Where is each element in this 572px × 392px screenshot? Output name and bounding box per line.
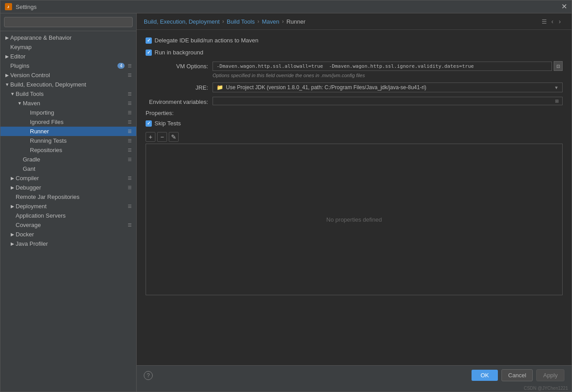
sidebar-item-label: Repositories <box>30 147 126 153</box>
sidebar-item-compiler[interactable]: ▶ Compiler ☰ <box>0 173 136 183</box>
sidebar-item-docker[interactable]: ▶ Docker <box>0 230 136 239</box>
bottom-actions: OK Cancel Apply <box>472 369 564 381</box>
expand-icon: ▶ <box>4 54 10 60</box>
sidebar-item-build-execution[interactable]: ▼ Build, Execution, Deployment <box>0 80 136 89</box>
sidebar-item-appearance[interactable]: ▶ Appearance & Behavior <box>0 33 136 42</box>
settings-icon: ☰ <box>126 147 133 153</box>
sidebar-item-coverage[interactable]: ▶ Coverage ☰ <box>0 220 136 230</box>
sidebar-item-version-control[interactable]: ▶ Version Control ☰ <box>0 70 136 80</box>
sidebar-item-gradle[interactable]: ▶ Gradle ☰ <box>0 155 136 164</box>
run-background-label[interactable]: ✓ Run in background <box>146 49 203 56</box>
sidebar-item-debugger[interactable]: ▶ Debugger ☰ <box>0 183 136 192</box>
check-mark: ✓ <box>147 38 150 43</box>
sidebar-item-label: Application Servers <box>16 212 133 219</box>
sidebar-item-importing[interactable]: ▶ Importing ☰ <box>0 108 136 117</box>
delegate-checkbox[interactable]: ✓ <box>146 37 152 44</box>
cancel-button[interactable]: Cancel <box>501 369 533 381</box>
env-expand-icon[interactable]: ⊞ <box>555 99 559 103</box>
settings-icon: ☰ <box>126 185 133 191</box>
sidebar-item-build-tools[interactable]: ▼ Build Tools ☰ <box>0 89 136 99</box>
ok-button[interactable]: OK <box>472 370 498 381</box>
sidebar-item-gant[interactable]: ▶ Gant <box>0 164 136 173</box>
sidebar-tree: ▶ Appearance & Behavior ▶ Keymap ▶ Edito… <box>0 31 136 392</box>
remove-property-button[interactable]: − <box>157 132 167 142</box>
sidebar-item-label: Appearance & Behavior <box>10 34 133 41</box>
breadcrumb-sep3: › <box>282 18 284 25</box>
forward-button[interactable]: › <box>557 17 563 26</box>
skip-tests-row: ✓ Skip Tests <box>146 120 563 127</box>
breadcrumb-sep1: › <box>222 18 224 25</box>
settings-icon: ☰ <box>126 128 133 135</box>
sidebar-item-plugins[interactable]: ▶ Plugins 4 ☰ <box>0 61 136 70</box>
watermark: CSDN @JYChen1221 <box>137 385 572 392</box>
sidebar-item-app-servers[interactable]: ▶ Application Servers <box>0 211 136 220</box>
env-label: Environment variables: <box>146 97 208 105</box>
help-button[interactable]: ? <box>144 371 153 380</box>
sidebar-item-label: Importing <box>30 109 126 116</box>
sidebar-item-remote-jar[interactable]: ▶ Remote Jar Repositories <box>0 192 136 202</box>
sidebar-item-label: Gradle <box>23 156 126 163</box>
sidebar-item-java-profiler[interactable]: ▶ Java Profiler <box>0 239 136 248</box>
properties-label: Properties: <box>146 110 563 116</box>
sidebar-item-label: Version Control <box>10 72 126 78</box>
expand-icon: ▶ <box>4 35 10 41</box>
folder-icon: 📁 <box>217 84 223 91</box>
dropdown-arrow-icon: ▼ <box>554 85 559 90</box>
breadcrumb-part1[interactable]: Build, Execution, Deployment <box>144 18 220 25</box>
sidebar-item-keymap[interactable]: ▶ Keymap <box>0 42 136 52</box>
app-icon: J <box>5 3 12 10</box>
search-input[interactable] <box>4 17 133 27</box>
properties-section: Properties: ✓ Skip Tests + − <box>146 110 563 295</box>
sidebar-item-label: Build, Execution, Deployment <box>10 81 133 88</box>
sidebar-item-label: Gant <box>23 165 133 172</box>
sidebar-item-deployment[interactable]: ▶ Deployment ☰ <box>0 202 136 211</box>
expand-icon: ▶ <box>4 72 10 78</box>
no-properties-text: No properties defined <box>326 216 382 223</box>
env-input[interactable]: ⊞ <box>213 97 563 105</box>
expand-icon: ▼ <box>9 91 16 97</box>
jre-value: Use Project JDK (version 1.8.0_41, path:… <box>226 84 426 91</box>
delegate-checkbox-label[interactable]: ✓ Delegate IDE build/run actions to Mave… <box>146 37 259 44</box>
sidebar-item-label: Debugger <box>16 184 126 191</box>
settings-icon: ☰ <box>126 63 133 69</box>
settings-icon: ☰ <box>126 175 133 182</box>
vm-options-label: VM Options: <box>146 61 208 70</box>
sidebar-item-repositories[interactable]: ▶ Repositories ☰ <box>0 145 136 155</box>
vm-options-copy-button[interactable]: ⊡ <box>554 61 563 71</box>
settings-icon: ☰ <box>126 110 133 116</box>
expand-icon: ▶ <box>9 185 16 191</box>
vm-options-hint: Options specified in this field override… <box>213 73 563 78</box>
breadcrumb-part3[interactable]: Maven <box>262 18 279 25</box>
sidebar-item-label: Ignored Files <box>30 119 126 125</box>
skip-tests-checkbox[interactable]: ✓ <box>146 120 152 127</box>
sidebar-item-label: Compiler <box>16 175 126 182</box>
run-background-checkbox[interactable]: ✓ <box>146 50 152 56</box>
skip-tests-text: Skip Tests <box>154 120 181 127</box>
settings-icon: ☰ <box>126 91 133 97</box>
close-button[interactable]: ✕ <box>561 3 567 10</box>
search-box <box>0 13 136 31</box>
edit-property-button[interactable]: ✎ <box>169 132 179 142</box>
check-mark: ✓ <box>147 121 150 126</box>
sidebar-item-editor[interactable]: ▶ Editor <box>0 52 136 61</box>
skip-tests-label[interactable]: ✓ Skip Tests <box>146 120 181 127</box>
sidebar-item-running-tests[interactable]: ▶ Running Tests ☰ <box>0 136 136 145</box>
back-button[interactable]: ‹ <box>550 17 555 26</box>
sidebar-item-maven[interactable]: ▼ Maven ☰ <box>0 99 136 108</box>
env-row: Environment variables: ⊞ <box>146 97 563 105</box>
sidebar-item-ignored-files[interactable]: ▶ Ignored Files ☰ <box>0 117 136 127</box>
sidebar-item-label: Maven <box>23 100 126 107</box>
expand-icon: ▶ <box>9 203 16 210</box>
apply-button[interactable]: Apply <box>536 369 564 381</box>
nav-buttons: ‹ › <box>550 17 563 26</box>
breadcrumb-settings-icon[interactable]: ☰ <box>542 18 547 25</box>
settings-icon: ☰ <box>126 203 133 210</box>
jre-label: JRE: <box>146 83 208 91</box>
settings-icon: ☰ <box>126 72 133 78</box>
breadcrumb-part2[interactable]: Build Tools <box>227 18 255 25</box>
add-property-button[interactable]: + <box>146 132 155 142</box>
expand-icon: ▼ <box>17 100 23 107</box>
vm-options-input[interactable] <box>213 62 552 71</box>
sidebar-item-runner[interactable]: ▶ Runner ☰ <box>0 127 136 136</box>
jre-select[interactable]: 📁 Use Project JDK (version 1.8.0_41, pat… <box>213 83 563 92</box>
